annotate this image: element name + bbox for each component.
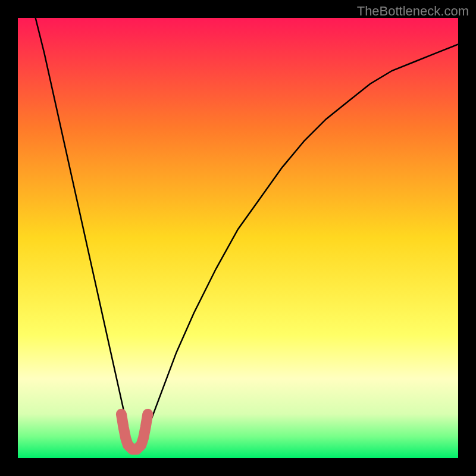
chart-frame	[18, 18, 458, 458]
watermark-text: TheBottleneck.com	[357, 4, 469, 19]
bottleneck-chart	[18, 18, 458, 458]
chart-background	[18, 18, 458, 458]
